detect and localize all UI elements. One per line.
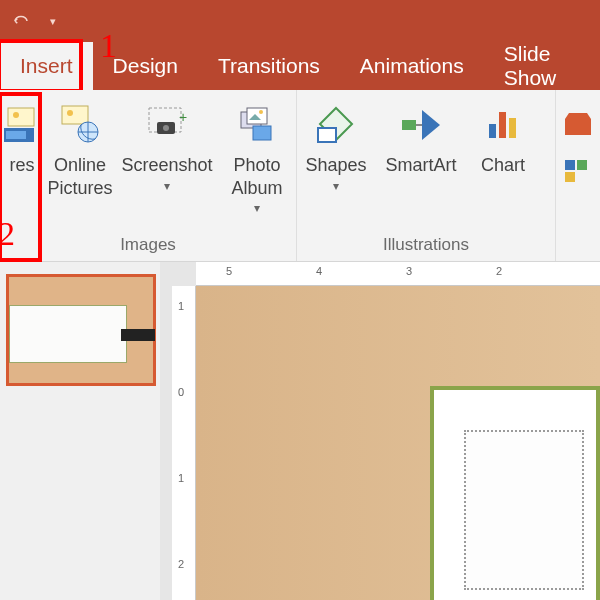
shapes-button[interactable]: Shapes	[297, 90, 375, 233]
ruler-tick: 5	[226, 265, 232, 277]
tab-design[interactable]: Design	[93, 42, 198, 90]
horizontal-ruler[interactable]: 5 4 3 2	[196, 262, 600, 286]
ruler-tick: 4	[316, 265, 322, 277]
ruler-tick: 1	[178, 300, 184, 312]
pictures-label: res	[9, 154, 34, 177]
workspace: 5 4 3 2 1 0 1 2	[0, 262, 600, 600]
svg-rect-26	[565, 172, 575, 182]
tab-transitions[interactable]: Transitions	[198, 42, 340, 90]
svg-point-5	[67, 110, 73, 116]
store-button[interactable]	[556, 90, 600, 233]
vertical-ruler[interactable]: 1 0 1 2	[172, 286, 196, 600]
store-icon	[554, 100, 600, 148]
svg-rect-22	[499, 112, 506, 138]
smartart-button[interactable]: SmartArt	[375, 90, 467, 233]
svg-rect-15	[253, 126, 271, 140]
screenshot-button[interactable]: + Screenshot	[116, 90, 218, 233]
images-group-label: Images	[0, 233, 296, 261]
svg-text:+: +	[179, 109, 187, 125]
svg-rect-4	[62, 106, 88, 124]
slide-editor: 5 4 3 2 1 0 1 2	[160, 262, 600, 600]
thumbnail-shape	[9, 305, 127, 363]
chart-label: Chart	[481, 154, 525, 177]
ruler-tick: 3	[406, 265, 412, 277]
svg-rect-0	[8, 108, 34, 126]
svg-rect-3	[6, 131, 26, 139]
tab-insert[interactable]: Insert	[0, 42, 93, 90]
ruler-tick: 0	[178, 386, 184, 398]
my-addins-icon	[554, 156, 600, 186]
tab-animations[interactable]: Animations	[340, 42, 484, 90]
svg-rect-23	[509, 118, 516, 138]
svg-rect-25	[577, 160, 587, 170]
ribbon-group-illustrations: Shapes SmartArt	[297, 90, 556, 261]
photo-album-button[interactable]: PhotoAlbum	[218, 90, 296, 233]
undo-button[interactable]	[8, 8, 34, 34]
illustrations-group-label: Illustrations	[297, 233, 555, 261]
slide-thumbnail-1[interactable]	[6, 274, 156, 386]
customize-qat-button[interactable]: ▾	[40, 8, 66, 34]
ribbon: res OnlinePictures	[0, 90, 600, 262]
slide-placeholder[interactable]	[464, 430, 584, 590]
ruler-tick: 1	[178, 472, 184, 484]
svg-point-1	[13, 112, 19, 118]
svg-marker-19	[422, 110, 440, 140]
svg-point-9	[163, 125, 169, 131]
ribbon-tab-bar: Insert Design Transitions Animations Sli…	[0, 42, 600, 90]
screenshot-label: Screenshot	[121, 154, 212, 177]
ribbon-group-addins-partial	[556, 90, 600, 261]
chart-icon	[479, 100, 527, 148]
shapes-label: Shapes	[305, 154, 366, 177]
ribbon-group-images: res OnlinePictures	[0, 90, 297, 261]
shapes-icon	[312, 100, 360, 148]
smartart-label: SmartArt	[385, 154, 456, 177]
ruler-tick: 2	[178, 558, 184, 570]
smartart-icon	[397, 100, 445, 148]
tab-slideshow[interactable]: Slide Show	[484, 42, 600, 90]
photo-album-icon	[233, 100, 281, 148]
pictures-button[interactable]: res	[0, 90, 44, 233]
slide-shape-card[interactable]	[430, 386, 600, 600]
photo-album-label: PhotoAlbum	[231, 154, 282, 199]
chevron-down-icon: ▾	[50, 15, 56, 28]
svg-rect-21	[489, 124, 496, 138]
slide-canvas[interactable]	[196, 286, 600, 600]
ruler-tick: 2	[496, 265, 502, 277]
online-pictures-button[interactable]: OnlinePictures	[44, 90, 116, 233]
thumbnail-shape-bar	[121, 329, 155, 341]
online-pictures-icon	[56, 100, 104, 148]
online-pictures-label: OnlinePictures	[47, 154, 112, 199]
title-bar: ▾	[0, 0, 600, 42]
svg-point-14	[259, 110, 263, 114]
undo-icon	[12, 14, 30, 28]
screenshot-icon: +	[143, 100, 191, 148]
svg-rect-24	[565, 160, 575, 170]
chart-button[interactable]: Chart	[467, 90, 539, 233]
pictures-icon	[0, 100, 46, 148]
thumbnail-pane[interactable]	[0, 262, 160, 600]
svg-rect-18	[402, 120, 416, 130]
svg-rect-17	[318, 128, 336, 142]
